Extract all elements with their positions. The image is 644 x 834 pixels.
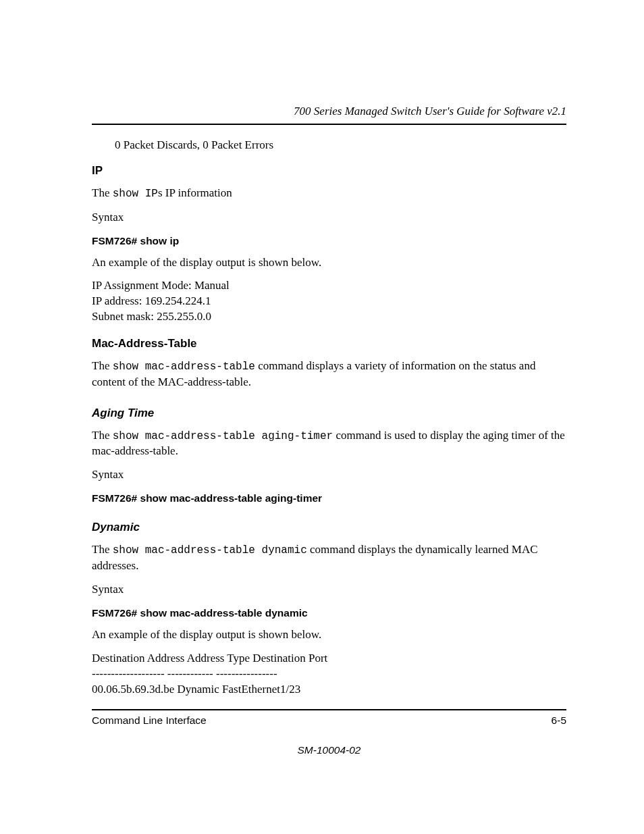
dynamic-desc-code: show mac-address-table dynamic [113, 544, 307, 556]
aging-syntax-label: Syntax [92, 467, 566, 483]
aging-desc-pre: The [92, 429, 113, 442]
aging-heading: Aging Time [92, 407, 566, 420]
packet-line: 0 Packet Discards, 0 Packet Errors [115, 138, 566, 152]
dynamic-table-header: Destination Address Address Type Destina… [92, 651, 566, 667]
aging-command: FSM726# show mac-address-table aging-tim… [92, 492, 566, 504]
ip-desc-pre: The [92, 186, 113, 199]
ip-output-line-2: IP address: 169.254.224.1 [92, 294, 566, 309]
ip-output-line-3: Subnet mask: 255.255.0.0 [92, 309, 566, 325]
page-header-title: 700 Series Managed Switch User's Guide f… [92, 105, 566, 118]
ip-desc-post: s IP information [158, 186, 232, 199]
dynamic-table-separator: ------------------- ------------ -------… [92, 667, 566, 682]
ip-command: FSM726# show ip [92, 235, 566, 247]
footer-right: 6-5 [552, 714, 566, 727]
ip-syntax-label: Syntax [92, 210, 566, 226]
ip-desc-code: show IP [113, 188, 158, 200]
page-footer: Command Line Interface 6-5 SM-10004-02 [92, 709, 566, 756]
dynamic-syntax-label: Syntax [92, 582, 566, 598]
mac-heading: Mac-Address-Table [92, 337, 566, 350]
ip-output-line-1: IP Assignment Mode: Manual [92, 278, 566, 294]
dynamic-example-intro: An example of the display output is show… [92, 627, 566, 643]
dynamic-command: FSM726# show mac-address-table dynamic [92, 607, 566, 619]
dynamic-desc-pre: The [92, 543, 113, 556]
dynamic-heading: Dynamic [92, 521, 566, 534]
aging-description: The show mac-address-table aging-timer c… [92, 428, 566, 460]
footer-rule [92, 709, 566, 710]
footer-center: SM-10004-02 [92, 744, 566, 756]
mac-desc-pre: The [92, 359, 113, 372]
dynamic-description: The show mac-address-table dynamic comma… [92, 542, 566, 574]
ip-description: The show IPs IP information [92, 186, 566, 202]
footer-left: Command Line Interface [92, 714, 207, 727]
mac-desc-code: show mac-address-table [113, 361, 255, 373]
ip-example-intro: An example of the display output is show… [92, 255, 566, 271]
dynamic-table-row: 00.06.5b.69.3d.be Dynamic FastEthernet1/… [92, 682, 566, 698]
header-rule [92, 124, 566, 125]
ip-heading: IP [92, 164, 566, 178]
aging-desc-code: show mac-address-table aging-timer [113, 430, 333, 442]
mac-description: The show mac-address-table command displ… [92, 359, 566, 390]
